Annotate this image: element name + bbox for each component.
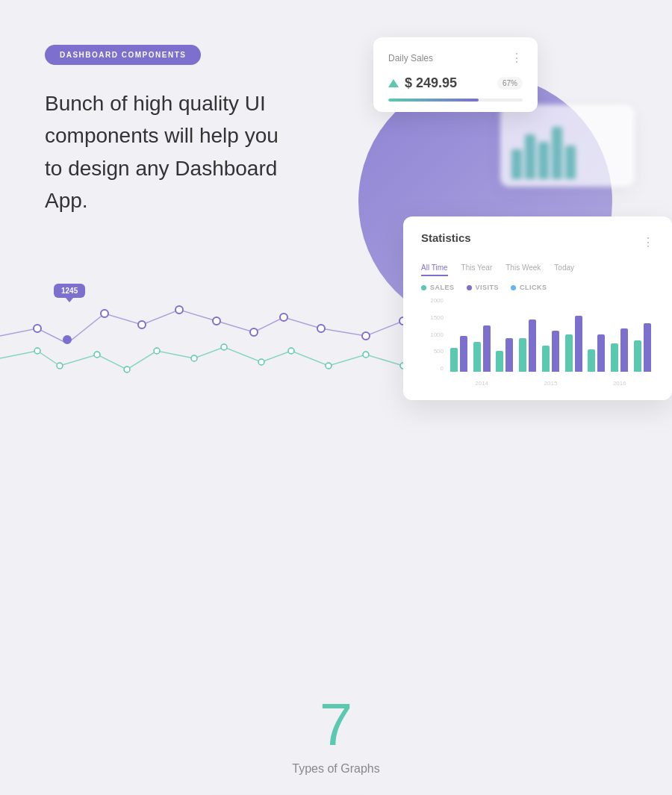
middle-section: 7 Types of Graphs xyxy=(0,665,672,795)
chart-tooltip: 1245 xyxy=(54,284,85,298)
bar-group-2016-1 xyxy=(588,334,605,372)
daily-sales-card: Daily Sales ⋮ $ 249.95 67% xyxy=(373,37,538,112)
blurred-bar xyxy=(511,149,522,179)
chart-x-labels: 2014 2015 2016 xyxy=(447,380,654,387)
bar-sales xyxy=(565,334,573,372)
blurred-bars xyxy=(500,105,635,187)
trend-up-icon xyxy=(388,79,399,87)
top-section: DASHBOARD COMPONENTS Bunch of high quali… xyxy=(0,0,672,247)
bar-sales xyxy=(496,351,503,372)
y-label-500: 500 xyxy=(421,348,444,355)
teal-dot xyxy=(124,367,130,372)
bar-group-2014-1 xyxy=(450,336,467,372)
chart-dot xyxy=(101,310,108,317)
card-header: Daily Sales ⋮ xyxy=(388,51,523,65)
chart-dot xyxy=(280,314,287,321)
card-title: Daily Sales xyxy=(388,53,433,63)
stats-chart: 2000 1500 1000 500 0 xyxy=(421,297,654,387)
legend-sales-label: SALES xyxy=(430,284,455,291)
percent-badge: 67% xyxy=(497,77,523,90)
bar-group-2016-3 xyxy=(634,323,651,372)
clicks-dot xyxy=(511,285,516,290)
teal-dot xyxy=(191,355,197,361)
y-label-1000: 1000 xyxy=(421,331,444,338)
bar-visits xyxy=(552,331,559,372)
stats-card-header: Statistics ⋮ xyxy=(421,231,654,253)
x-label-2016: 2016 xyxy=(613,380,626,387)
bar-sales xyxy=(542,346,550,372)
bar-sales xyxy=(611,343,618,372)
bar-group-2016-2 xyxy=(611,328,628,372)
headline-line2: components will help you xyxy=(45,119,284,152)
types-of-graphs-label: Types of Graphs xyxy=(0,762,672,776)
teal-dot xyxy=(363,352,369,358)
blurred-bar xyxy=(538,142,549,179)
bar-visits xyxy=(529,319,536,372)
bar-sales xyxy=(634,340,641,372)
chart-dot xyxy=(34,325,41,332)
teal-dot xyxy=(221,344,227,350)
legend-clicks-label: CLICKS xyxy=(520,284,547,291)
bar-visits xyxy=(483,325,491,372)
bar-group-2014-2 xyxy=(473,325,491,372)
dashboard-badge: DASHBOARD COMPONENTS xyxy=(45,45,201,65)
chart-dot xyxy=(138,321,146,328)
chart-dot xyxy=(362,332,370,340)
visits-dot xyxy=(467,285,472,290)
amount-with-arrow: $ 249.95 xyxy=(388,75,457,91)
bar-sales xyxy=(450,348,458,372)
bar-visits xyxy=(620,328,628,372)
bar-group-2015-1 xyxy=(519,319,536,372)
stats-legend: SALES VISITS CLICKS xyxy=(421,284,654,291)
big-number: 7 xyxy=(0,695,672,755)
legend-visits: VISITS xyxy=(467,284,500,291)
bar-sales xyxy=(588,349,595,372)
bar-visits xyxy=(575,316,582,372)
line-chart-area: 1245 xyxy=(0,261,433,411)
legend-clicks: CLICKS xyxy=(511,284,547,291)
tab-this-year[interactable]: This Year xyxy=(461,264,493,276)
bar-visits xyxy=(597,334,605,372)
statistics-card: Statistics ⋮ All Time This Year This Wee… xyxy=(403,216,672,400)
y-label-1500: 1500 xyxy=(421,314,444,321)
bar-visits xyxy=(460,336,467,372)
tab-today[interactable]: Today xyxy=(554,264,574,276)
bar-group-2015-2 xyxy=(542,331,559,372)
x-label-2014: 2014 xyxy=(475,380,488,387)
headline-line1: Bunch of high quality UI xyxy=(45,87,284,119)
amount-row: $ 249.95 67% xyxy=(388,75,523,91)
blurred-bar xyxy=(525,134,535,179)
stats-title: Statistics xyxy=(421,231,471,244)
chart-dot-active xyxy=(63,336,71,343)
stats-tabs: All Time This Year This Week Today xyxy=(421,264,654,276)
headline-line3: to design any Dashboard App. xyxy=(45,152,284,217)
bar-group-2015-3 xyxy=(565,316,582,372)
teal-dot xyxy=(326,363,332,369)
headline: Bunch of high quality UI components will… xyxy=(45,87,284,217)
bar-visits xyxy=(644,323,651,372)
x-label-2015: 2015 xyxy=(544,380,558,387)
teal-line xyxy=(0,347,433,370)
chart-dot xyxy=(317,325,325,332)
bar-sales xyxy=(519,338,526,372)
legend-visits-label: VISITS xyxy=(476,284,500,291)
blurred-bar xyxy=(565,146,576,179)
y-label-0: 0 xyxy=(421,365,444,372)
blurred-card xyxy=(500,105,635,187)
tab-all-time[interactable]: All Time xyxy=(421,264,448,276)
legend-sales: SALES xyxy=(421,284,455,291)
bar-visits xyxy=(505,338,513,372)
teal-dot xyxy=(57,363,63,369)
teal-dot xyxy=(154,348,160,354)
sales-dot xyxy=(421,285,426,290)
stats-more-icon[interactable]: ⋮ xyxy=(642,235,654,249)
tab-this-week[interactable]: This Week xyxy=(505,264,541,276)
chart-bars-area xyxy=(447,297,654,372)
chart-dot xyxy=(213,317,220,325)
chart-dot xyxy=(250,328,258,336)
bar-sales xyxy=(473,342,481,372)
teal-dot xyxy=(34,348,40,354)
more-options-icon[interactable]: ⋮ xyxy=(511,51,523,65)
y-label-2000: 2000 xyxy=(421,297,444,304)
teal-dot xyxy=(258,359,264,365)
